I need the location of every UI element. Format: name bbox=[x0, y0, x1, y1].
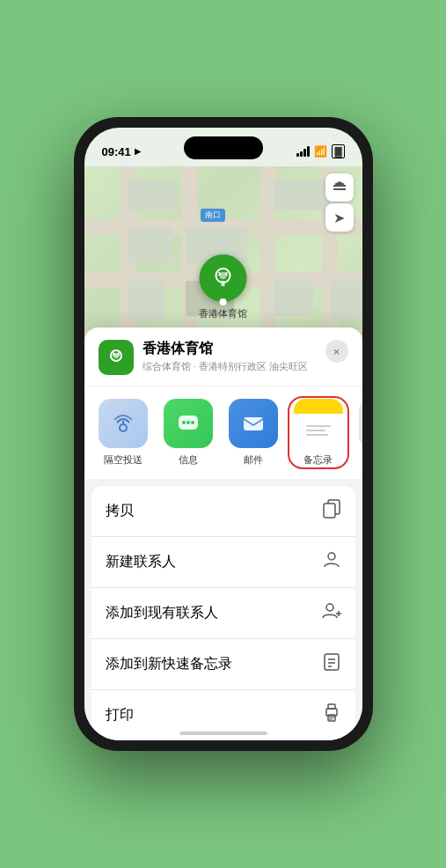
person-icon bbox=[322, 550, 341, 574]
airdrop-label: 隔空投送 bbox=[104, 453, 143, 467]
svg-rect-4 bbox=[222, 281, 225, 286]
airdrop-icon-wrap bbox=[99, 399, 148, 448]
pin-dot bbox=[220, 298, 227, 305]
printer-icon bbox=[322, 703, 341, 727]
share-messages[interactable]: 信息 bbox=[160, 399, 216, 467]
mail-icon-wrap bbox=[229, 399, 278, 448]
share-airdrop[interactable]: 隔空投送 bbox=[95, 399, 151, 467]
svg-point-16 bbox=[328, 553, 335, 560]
messages-icon-wrap bbox=[164, 399, 213, 448]
location-button[interactable]: ➤ bbox=[325, 203, 354, 232]
share-mail[interactable]: 邮件 bbox=[225, 399, 281, 467]
svg-rect-20 bbox=[325, 654, 339, 670]
map-controls: ➤ bbox=[325, 173, 354, 232]
share-notes[interactable]: 备忘录 bbox=[290, 399, 347, 467]
venue-icon bbox=[99, 340, 134, 375]
copy-label: 拷贝 bbox=[106, 502, 134, 520]
share-more[interactable]: 提 bbox=[355, 399, 362, 467]
svg-point-7 bbox=[120, 424, 127, 431]
wifi-icon: 📶 bbox=[314, 145, 327, 158]
bottom-sheet: 香港体育馆 综合体育馆 · 香港特别行政区 油尖旺区 × bbox=[84, 327, 362, 740]
close-button[interactable]: × bbox=[325, 340, 348, 363]
mail-label: 邮件 bbox=[244, 453, 263, 467]
dynamic-island bbox=[184, 136, 263, 159]
messages-label: 信息 bbox=[179, 453, 198, 467]
time-display: 09:41 bbox=[102, 145, 131, 158]
svg-rect-25 bbox=[328, 704, 335, 709]
add-notes-label: 添加到新快速备忘录 bbox=[106, 655, 232, 673]
phone-screen: 09:41 ▶ 📶 ▓ bbox=[84, 128, 362, 740]
status-icons: 📶 ▓ bbox=[296, 144, 344, 158]
add-existing-label: 添加到现有联系人 bbox=[106, 604, 218, 622]
home-indicator bbox=[179, 732, 267, 735]
venue-header: 香港体育馆 综合体育馆 · 香港特别行政区 油尖旺区 × bbox=[84, 327, 362, 386]
action-add-notes[interactable]: 添加到新快速备忘录 bbox=[91, 639, 355, 690]
venue-subtitle: 综合体育馆 · 香港特别行政区 油尖旺区 bbox=[143, 360, 317, 373]
note-icon bbox=[322, 652, 341, 676]
close-icon: × bbox=[333, 345, 340, 358]
notes-lines bbox=[301, 422, 336, 439]
venue-title: 香港体育馆 bbox=[143, 340, 317, 358]
action-new-contact[interactable]: 新建联系人 bbox=[91, 537, 355, 588]
action-copy[interactable]: 拷贝 bbox=[91, 486, 355, 537]
action-list: 拷贝 新建联系人 bbox=[91, 486, 355, 740]
pin-icon bbox=[200, 254, 247, 302]
svg-point-17 bbox=[326, 604, 333, 611]
venue-map-label: 香港体育馆 bbox=[199, 307, 247, 320]
person-add-icon bbox=[322, 601, 341, 625]
new-contact-label: 新建联系人 bbox=[106, 553, 176, 571]
notes-icon-wrap bbox=[294, 399, 343, 448]
print-label: 打印 bbox=[106, 706, 134, 725]
signal-icon bbox=[296, 146, 310, 157]
action-add-existing[interactable]: 添加到现有联系人 bbox=[91, 588, 355, 639]
venue-info: 香港体育馆 综合体育馆 · 香港特别行政区 油尖旺区 bbox=[143, 340, 317, 373]
share-row: 隔空投送 信息 bbox=[84, 386, 362, 479]
svg-rect-13 bbox=[244, 417, 263, 430]
svg-point-10 bbox=[182, 421, 186, 424]
status-time: 09:41 ▶ bbox=[102, 145, 141, 158]
location-icon: ▶ bbox=[135, 147, 141, 156]
copy-icon bbox=[322, 499, 341, 523]
map-station-label: 南口 bbox=[201, 209, 225, 222]
svg-point-12 bbox=[191, 421, 194, 424]
more-icon-wrap bbox=[359, 399, 362, 448]
status-bar: 09:41 ▶ 📶 ▓ bbox=[84, 128, 362, 166]
notes-label: 备忘录 bbox=[303, 453, 333, 467]
battery-icon: ▓ bbox=[332, 144, 344, 158]
svg-rect-1 bbox=[333, 188, 346, 190]
phone-frame: 09:41 ▶ 📶 ▓ bbox=[74, 117, 373, 751]
venue-pin: 香港体育馆 bbox=[199, 254, 247, 320]
svg-point-11 bbox=[186, 421, 190, 424]
svg-rect-15 bbox=[324, 504, 335, 518]
map-layers-button[interactable] bbox=[325, 173, 354, 202]
